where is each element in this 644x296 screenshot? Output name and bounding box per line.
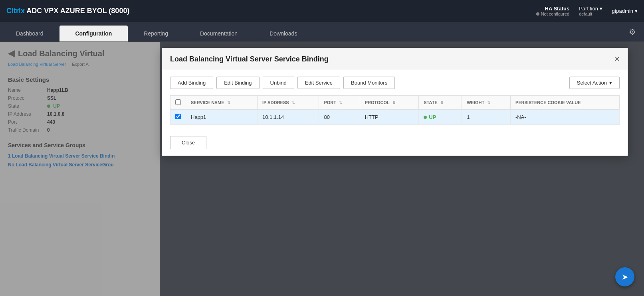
settings-icon[interactable]: ⚙	[626, 24, 639, 40]
sort-protocol-icon: ⇅	[392, 101, 396, 105]
topbar-right: HA Status Not configured Partition ▾ def…	[536, 6, 638, 16]
ha-status: HA Status Not configured	[536, 6, 570, 16]
sort-port-icon: ⇅	[339, 101, 342, 105]
close-button[interactable]: Close	[170, 136, 206, 149]
tab-reporting[interactable]: Reporting	[128, 26, 184, 41]
col-persistence-cookie: PERSISTENCE COOKIE VALUE	[510, 96, 619, 110]
modal-header: Load Balancing Virtual Server Service Bi…	[162, 48, 628, 70]
ha-status-value: Not configured	[536, 12, 570, 16]
add-binding-button[interactable]: Add Binding	[170, 77, 213, 89]
chevron-down-icon: ▾	[609, 80, 612, 86]
ha-dot-icon	[536, 12, 539, 16]
sort-weight-icon: ⇅	[487, 101, 490, 105]
modal-close-button[interactable]: ×	[614, 55, 620, 63]
col-state: STATE ⇅	[419, 96, 462, 110]
modal-footer: Close	[162, 131, 628, 156]
edit-service-button[interactable]: Edit Service	[297, 77, 340, 89]
partition-value: default	[579, 12, 602, 16]
state-value: UP	[424, 114, 457, 120]
table-row: Happ1 10.1.1.14 80 HTTP UP 1 -NA-	[170, 110, 620, 125]
col-checkbox	[170, 96, 186, 110]
row-checkbox[interactable]	[175, 114, 181, 119]
main-nav: Dashboard Configuration Reporting Docume…	[0, 22, 644, 42]
modal-title: Load Balancing Virtual Server Service Bi…	[170, 55, 329, 63]
brand-citrix: Citrix	[6, 7, 26, 15]
table-body: Happ1 10.1.1.14 80 HTTP UP 1 -NA-	[170, 110, 620, 125]
tab-documentation[interactable]: Documentation	[184, 26, 254, 41]
bindings-table: SERVICE NAME ⇅ IP ADDRESS ⇅ PORT ⇅ PROTO…	[170, 95, 620, 125]
ha-status-label: HA Status	[545, 6, 570, 12]
select-all-checkbox[interactable]	[175, 99, 181, 105]
col-ip-address: IP ADDRESS ⇅	[257, 96, 319, 110]
bound-monitors-button[interactable]: Bound Monitors	[343, 77, 395, 89]
fab-button[interactable]: ➤	[615, 267, 634, 286]
col-protocol: PROTOCOL ⇅	[360, 96, 419, 110]
sort-service-name-icon: ⇅	[227, 101, 230, 105]
row-protocol: HTTP	[360, 110, 419, 125]
sort-ip-icon: ⇅	[292, 101, 295, 105]
tab-configuration[interactable]: Configuration	[59, 26, 128, 41]
edit-binding-button[interactable]: Edit Binding	[216, 77, 259, 89]
row-state: UP	[419, 110, 462, 125]
fab-icon: ➤	[622, 272, 628, 282]
row-weight: 1	[462, 110, 511, 125]
status-dot-icon	[424, 116, 427, 119]
tab-downloads[interactable]: Downloads	[254, 26, 313, 41]
col-weight: WEIGHT ⇅	[462, 96, 511, 110]
partition-label: Partition ▾	[579, 6, 602, 12]
partition: Partition ▾ default	[579, 6, 602, 16]
col-port: PORT ⇅	[319, 96, 360, 110]
tab-dashboard[interactable]: Dashboard	[0, 26, 59, 41]
unbind-button[interactable]: Unbind	[263, 77, 294, 89]
sort-state-icon: ⇅	[440, 101, 444, 105]
user-menu[interactable]: gtpadmin ▾	[612, 8, 638, 14]
modal-dialog: Load Balancing Virtual Server Service Bi…	[162, 48, 628, 156]
table-header-row: SERVICE NAME ⇅ IP ADDRESS ⇅ PORT ⇅ PROTO…	[170, 96, 620, 110]
action-buttons: Add Binding Edit Binding Unbind Edit Ser…	[170, 77, 620, 89]
topbar: Citrix ADC VPX AZURE BYOL (8000) HA Stat…	[0, 0, 644, 22]
brand: Citrix ADC VPX AZURE BYOL (8000)	[6, 7, 129, 15]
brand-name: ADC VPX AZURE BYOL (8000)	[26, 7, 129, 15]
row-persistence-cookie: -NA-	[510, 110, 619, 125]
row-service-name: Happ1	[186, 110, 258, 125]
row-ip-address: 10.1.1.14	[257, 110, 319, 125]
modal-body: Add Binding Edit Binding Unbind Edit Ser…	[162, 70, 628, 131]
row-checkbox-cell	[170, 110, 186, 125]
row-port: 80	[319, 110, 360, 125]
select-action-button[interactable]: Select Action ▾	[569, 77, 620, 89]
table-header: SERVICE NAME ⇅ IP ADDRESS ⇅ PORT ⇅ PROTO…	[170, 96, 620, 110]
col-service-name: SERVICE NAME ⇅	[186, 96, 258, 110]
